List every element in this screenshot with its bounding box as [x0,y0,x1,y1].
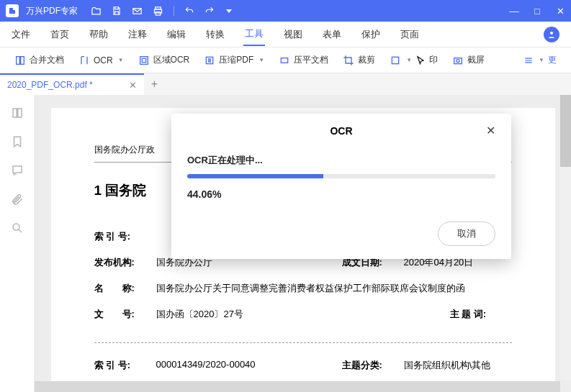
mail-icon[interactable] [132,6,143,17]
tool-ocr-label: OCR [94,55,113,65]
row-label: 索 引 号: [94,230,156,243]
menu-annotate[interactable]: 注释 [127,24,148,45]
screenshot-icon [452,55,464,66]
comment-icon[interactable] [11,164,24,177]
tool-more[interactable]: ▼ 更 [519,54,561,66]
toolbar: 合并文档 OCR ▼ 区域OCR 压缩PDF ▼ 压平文档 裁剪 ▼ 印 截屏 … [0,47,571,73]
tabbar: 2020_PDF_OCR.pdf * ✕ + [0,73,571,95]
dropdown-icon[interactable] [225,6,233,15]
progress-fill [187,174,323,178]
tool-watermark[interactable]: ▼ 印 [385,54,442,66]
area-ocr-icon [138,55,150,66]
tool-crop[interactable]: 裁剪 [338,54,379,66]
tool-compress[interactable]: 压缩PDF ▼ [199,54,269,66]
chevron-down-icon: ▼ [406,57,412,63]
svg-rect-14 [17,109,21,117]
save-icon[interactable] [112,6,122,16]
row-value: 国务院组织机构\其他 [404,359,512,372]
progress-percent: 44.06% [187,188,495,200]
row-value: 国办函〔2020〕27号 [156,308,450,321]
minimize-button[interactable]: — [509,6,519,17]
chevron-down-icon: ▼ [258,57,264,63]
tool-merge-label: 合并文档 [30,54,64,66]
close-window-button[interactable]: ✕ [555,6,565,17]
tool-ocr[interactable]: OCR ▼ [74,55,128,66]
svg-rect-11 [454,58,462,63]
ocr-progress-dialog: OCR ✕ OCR正在处理中... 44.06% 取消 [171,114,511,259]
tool-print-label: 印 [429,54,438,66]
print-icon[interactable] [153,6,163,17]
row-label: 主题分类: [342,359,404,372]
window-controls: — □ ✕ [509,6,565,17]
progress-bar [187,174,495,178]
undo-icon[interactable] [184,6,194,16]
dialog-status: OCR正在处理中... [187,154,495,167]
user-avatar[interactable] [544,27,559,42]
quick-tools [91,6,233,17]
tab-document[interactable]: 2020_PDF_OCR.pdf * ✕ [0,73,144,95]
scrollbar-vertical[interactable] [560,95,571,380]
bookmark-icon[interactable] [11,135,24,148]
tab-add-button[interactable]: + [144,73,165,95]
doc-row: 索 引 号: 000014349/2020-00040 主题分类: 国务院组织机… [94,359,512,372]
redo-icon[interactable] [204,6,215,16]
doc-row: 名 称: 国务院办公厅关于同意调整完善消费者权益保护工作部际联席会议制度的函 [94,282,512,295]
maximize-button[interactable]: □ [532,6,542,17]
svg-rect-13 [13,109,17,117]
svg-rect-7 [140,56,148,64]
tab-close-icon[interactable]: ✕ [129,80,137,91]
menu-form[interactable]: 表单 [321,24,343,45]
attachment-icon[interactable] [11,193,24,206]
app-logo [6,4,19,17]
scrollbar-thumb[interactable] [560,95,571,167]
search-icon[interactable] [11,222,24,234]
menu-view[interactable]: 视图 [282,24,304,45]
doc-dashed-rule [94,342,512,343]
tool-compress-label: 压缩PDF [219,54,253,66]
tab-label: 2020_PDF_OCR.pdf * [7,80,93,90]
dialog-title: OCR [330,125,352,137]
menu-protect[interactable]: 保护 [360,24,382,45]
row-value: 国务院办公厅关于同意调整完善消费者权益保护工作部际联席会议制度的函 [156,282,512,295]
watermark-icon [390,55,401,66]
row-label: 主 题 词: [450,308,512,321]
menubar: 文件 首页 帮助 注释 编辑 转换 工具 视图 表单 保护 页面 [0,22,571,47]
merge-icon [14,55,26,66]
svg-point-12 [457,59,459,62]
menu-tools[interactable]: 工具 [243,23,265,46]
tool-merge[interactable]: 合并文档 [10,54,68,66]
row-label: 文 号: [94,308,156,321]
lines-icon [523,55,534,65]
tool-area-ocr[interactable]: 区域OCR [134,54,194,66]
row-label: 索 引 号: [94,359,156,372]
menu-file[interactable]: 文件 [10,24,32,45]
row-label: 发布机构: [94,256,156,269]
close-icon[interactable]: ✕ [486,125,495,137]
menu-convert[interactable]: 转换 [204,24,226,45]
scrollbar-thumb[interactable] [35,381,560,392]
cursor-icon [415,55,426,65]
scrollbar-horizontal[interactable] [35,381,560,392]
thumbnails-icon[interactable] [11,106,24,119]
svg-point-4 [550,32,553,35]
svg-rect-6 [21,56,24,64]
tool-crop-label: 裁剪 [358,54,375,66]
tool-flatten-label: 压平文档 [294,54,328,66]
compress-icon [204,55,215,66]
svg-rect-5 [17,56,20,64]
folder-open-icon[interactable] [91,6,102,17]
app-name: 万兴PDF专家 [26,5,78,17]
menu-home[interactable]: 首页 [49,24,71,45]
tool-flatten[interactable]: 压平文档 [274,54,333,66]
menu-edit[interactable]: 编辑 [166,24,187,45]
tool-screenshot[interactable]: 截屏 [448,54,489,66]
doc-header-left: 国务院办公厅政 [94,144,155,156]
row-label: 名 称: [94,282,156,295]
menu-page[interactable]: 页面 [399,24,421,45]
sidebar [0,95,35,392]
crop-icon [343,55,354,66]
menu-help[interactable]: 帮助 [88,24,109,45]
ocr-icon [78,55,90,66]
cancel-button[interactable]: 取消 [438,222,495,246]
chevron-down-icon: ▼ [118,57,124,63]
